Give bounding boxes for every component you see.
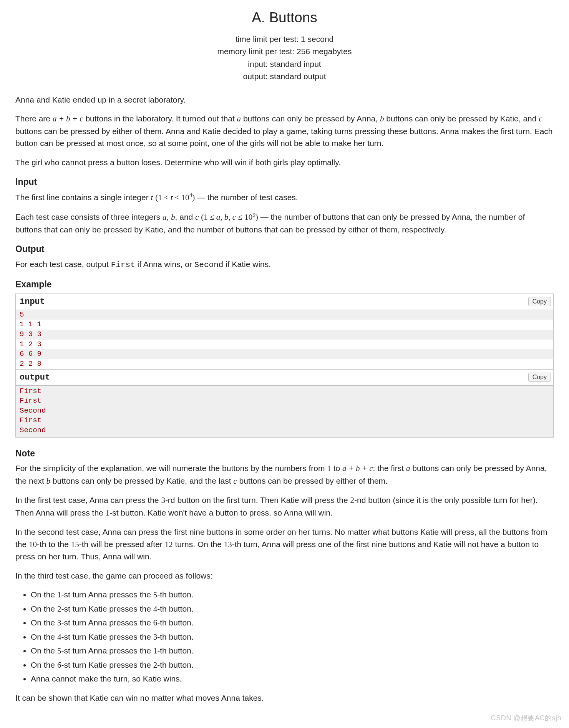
num: 12 bbox=[165, 540, 173, 549]
text: ≤ 10 bbox=[173, 193, 189, 202]
intro-paragraph-1: Anna and Katie ended up in a secret labo… bbox=[15, 94, 554, 106]
text: buttons can only be pressed by Katie, an… bbox=[384, 114, 539, 123]
input-line: 1 1 1 bbox=[16, 320, 553, 330]
text: There are bbox=[15, 114, 53, 123]
example-output-body: First First Second First Second bbox=[16, 386, 553, 437]
math-t-range: (1 ≤ t ≤ 104) bbox=[155, 193, 195, 202]
literal-first: First bbox=[111, 260, 135, 269]
input-line: 1 2 3 bbox=[16, 340, 553, 350]
text: Each test case consists of three integer… bbox=[15, 212, 163, 221]
math-a: a bbox=[237, 114, 241, 123]
math-c: c bbox=[539, 114, 542, 123]
note-paragraph-3: In the second test case, Anna can press … bbox=[15, 526, 554, 563]
text: , and bbox=[175, 212, 196, 221]
input-heading: Input bbox=[15, 175, 554, 189]
input-paragraph-1: The first line contains a single integer… bbox=[15, 191, 554, 204]
math-abc: a + b + c bbox=[342, 464, 373, 473]
text: if Katie wins. bbox=[223, 260, 271, 269]
text: buttons can only be pressed by Anna, bbox=[241, 114, 380, 123]
input-line: 5 bbox=[16, 310, 553, 320]
watermark: CSDN @想要AC的sjh bbox=[491, 713, 561, 723]
steps-list: On the 1-st turn Anna presses the 5-th b… bbox=[15, 589, 554, 685]
output-mode: output: standard output bbox=[15, 70, 554, 83]
note-paragraph-1: For the simplicity of the explanation, w… bbox=[15, 462, 554, 487]
text: -st button. Katie won't have a button to… bbox=[109, 508, 333, 517]
math-c: c bbox=[195, 212, 199, 222]
input-line: 9 3 3 bbox=[16, 330, 553, 340]
math-abc-list: a, b, c bbox=[216, 212, 236, 222]
num: 15 bbox=[71, 540, 79, 549]
note-paragraph-2: In the first test case, Anna can press t… bbox=[15, 494, 554, 519]
num: 3 bbox=[161, 496, 165, 505]
text: The first line contains a single integer bbox=[15, 193, 151, 202]
input-paragraph-2: Each test case consists of three integer… bbox=[15, 211, 554, 235]
text: : the first bbox=[373, 464, 406, 473]
text: buttons can be pressed by either of them… bbox=[15, 127, 553, 148]
text: -th to the bbox=[37, 540, 71, 549]
copy-input-button[interactable]: Copy bbox=[528, 297, 551, 306]
num: 13 bbox=[224, 540, 232, 549]
math-a: a bbox=[406, 464, 410, 473]
num: 10 bbox=[29, 540, 37, 549]
input-mode: input: standard input bbox=[15, 58, 554, 71]
example-input-header: input Copy bbox=[16, 294, 553, 310]
math-abc: a + b + c bbox=[53, 114, 83, 123]
input-line: 6 6 9 bbox=[16, 349, 553, 359]
math-t: t bbox=[151, 193, 153, 202]
step-item: On the 3-st turn Anna presses the 6-th b… bbox=[31, 617, 554, 629]
copy-output-button[interactable]: Copy bbox=[528, 373, 551, 382]
text: (1 ≤ bbox=[201, 212, 216, 222]
math-a: a bbox=[163, 212, 167, 222]
math-c: c bbox=[233, 476, 237, 486]
math-b: b bbox=[46, 476, 51, 486]
text: (1 ≤ bbox=[155, 193, 171, 202]
problem-title: A. Buttons bbox=[15, 7, 554, 28]
text: if Anna wins, or bbox=[135, 260, 194, 269]
text: For the simplicity of the explanation, w… bbox=[15, 464, 327, 473]
math-b: b bbox=[171, 212, 175, 222]
text: In the first test case, Anna can press t… bbox=[15, 496, 161, 504]
step-item: On the 1-st turn Anna presses the 5-th b… bbox=[31, 589, 554, 601]
text: , bbox=[166, 212, 171, 221]
text: buttons can only be pressed by Katie, an… bbox=[50, 476, 233, 485]
note-paragraph-5: It can be shown that Katie can win no ma… bbox=[15, 692, 554, 704]
example-heading: Example bbox=[15, 278, 554, 291]
input-label: input bbox=[20, 295, 45, 308]
output-paragraph: For each test case, output First if Anna… bbox=[15, 258, 554, 271]
output-heading: Output bbox=[15, 242, 554, 256]
text: turns. On the bbox=[173, 540, 224, 549]
num: 1 bbox=[327, 464, 331, 473]
intro-paragraph-3: The girl who cannot press a button loses… bbox=[15, 156, 554, 169]
time-limit: time limit per test: 1 second bbox=[15, 33, 554, 46]
exponent: 9 bbox=[252, 212, 255, 218]
text: buttons can be pressed by either of them… bbox=[237, 476, 388, 485]
note-paragraph-4: In the third test case, the game can pro… bbox=[15, 570, 554, 582]
text: ≤ 10 bbox=[236, 212, 252, 222]
num: 1 bbox=[106, 508, 110, 517]
text: -th will be pressed after bbox=[79, 540, 165, 549]
text: For each test case, output bbox=[15, 260, 111, 269]
math-b: b bbox=[380, 114, 384, 123]
intro-paragraph-2: There are a + b + c buttons in the labor… bbox=[15, 113, 554, 149]
example-input-block: input Copy 51 1 19 3 31 2 36 6 92 2 8 bbox=[15, 294, 554, 370]
num: 2 bbox=[350, 496, 355, 505]
note-heading: Note bbox=[15, 447, 554, 460]
example-output-header: output Copy bbox=[16, 370, 553, 386]
memory-limit: memory limit per test: 256 megabytes bbox=[15, 45, 554, 58]
step-item: On the 4-st turn Katie presses the 3-th … bbox=[31, 631, 554, 643]
text: buttons in the laboratory. It turned out… bbox=[83, 114, 237, 123]
text: -rd button on the first turn. Then Katie… bbox=[165, 496, 350, 504]
problem-meta: time limit per test: 1 second memory lim… bbox=[15, 33, 554, 83]
step-item: On the 2-st turn Katie presses the 4-th … bbox=[31, 603, 554, 615]
math-abc-range: (1 ≤ a, b, c ≤ 109) bbox=[201, 212, 258, 222]
step-item: On the 5-st turn Anna presses the 1-th b… bbox=[31, 645, 554, 657]
text: — the number of test cases. bbox=[195, 193, 298, 202]
step-item: On the 6-st turn Katie presses the 2-th … bbox=[31, 659, 554, 672]
literal-second: Second bbox=[194, 260, 224, 269]
output-label: output bbox=[20, 371, 50, 384]
text: to bbox=[331, 464, 342, 473]
input-line: 2 2 8 bbox=[16, 359, 553, 369]
example-output-block: output Copy First First Second First Sec… bbox=[15, 370, 554, 438]
step-item: Anna cannot make the turn, so Katie wins… bbox=[31, 673, 554, 685]
text: ) bbox=[255, 212, 258, 222]
